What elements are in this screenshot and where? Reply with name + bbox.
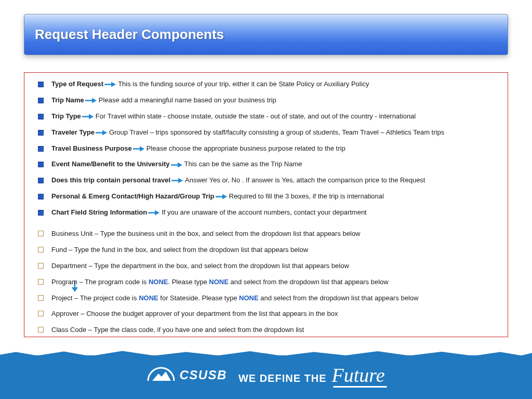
item-desc: Group Travel – trips sponsored by staff/…: [109, 128, 444, 136]
svg-marker-11: [178, 162, 182, 167]
svg-marker-15: [222, 194, 227, 200]
footer-banner: CSUSB WE DEFINE THE Future: [0, 355, 532, 399]
item-text: . Please type: [168, 278, 209, 286]
svg-marker-5: [89, 114, 94, 119]
secondary-item: Business Unit – Type the business unit i…: [35, 230, 500, 238]
item-desc: This is the funding source of your trip,…: [118, 80, 369, 88]
arrow-right-icon: [171, 178, 183, 183]
primary-item: Traveler TypeGroup Travel – trips sponso…: [35, 128, 500, 137]
item-text: Class Code – Type the class code, if you…: [51, 326, 304, 334]
arrow-right-icon: [82, 114, 94, 119]
secondary-item: Approver – Choose the budget approver of…: [35, 310, 500, 318]
svg-marker-3: [92, 98, 97, 103]
primary-item: Event Name/Benefit to the UniversityThis…: [35, 160, 500, 169]
secondary-list: Business Unit – Type the business unit i…: [35, 230, 500, 335]
item-label: Event Name/Benefit to the University: [51, 160, 170, 168]
none-keyword: NONE: [239, 294, 259, 302]
none-keyword: NONE: [209, 278, 229, 286]
item-text: Department – Type the department in the …: [51, 262, 349, 270]
title-bar: Request Header Components: [24, 14, 508, 55]
arrow-right-icon: [96, 130, 107, 136]
primary-item: Personal & Emerg Contact/High Hazard/Gro…: [35, 192, 500, 201]
item-desc: This can be the same as the Trip Name: [184, 160, 302, 168]
svg-marker-7: [102, 130, 107, 135]
none-keyword: NONE: [139, 294, 158, 302]
item-label: Traveler Type: [51, 128, 95, 136]
content-box: Type of RequestThis is the funding sourc…: [24, 72, 508, 337]
primary-item: Travel Business PurposePlease choose the…: [35, 144, 500, 153]
item-desc: Answer Yes or, No . If answer is Yes, at…: [185, 176, 425, 184]
item-label: Travel Business Purpose: [51, 144, 132, 152]
item-text: Business Unit – Type the business unit i…: [51, 230, 361, 237]
tagline-script: Future: [332, 364, 385, 387]
item-label: Chart Field String Information: [51, 208, 147, 216]
item-text: and select from the dropdown list that a…: [259, 294, 419, 302]
secondary-item: Fund – Type the fund in the box, and sel…: [35, 246, 500, 255]
item-label: Trip Type: [51, 112, 81, 120]
svg-marker-19: [72, 287, 78, 292]
arrow-right-icon: [216, 194, 227, 200]
primary-list: Type of RequestThis is the funding sourc…: [35, 80, 500, 217]
secondary-item: Program – The program code is NONE. Plea…: [35, 278, 500, 287]
item-desc: For Travel within state - choose instate…: [96, 112, 416, 120]
svg-marker-1: [111, 82, 116, 87]
item-label: Trip Name: [51, 96, 84, 104]
arrow-right-icon: [104, 82, 116, 87]
arrow-right-icon: [85, 98, 97, 103]
svg-marker-9: [140, 146, 144, 151]
arrow-right-icon: [171, 162, 182, 168]
tagline: WE DEFINE THE Future: [238, 364, 385, 387]
item-label: Personal & Emerg Contact/High Hazard/Gro…: [51, 192, 215, 200]
item-label: Does this trip contain personal travel: [51, 176, 170, 184]
primary-item: Trip TypeFor Travel within state - choos…: [35, 112, 500, 121]
secondary-item: Department – Type the department in the …: [35, 262, 500, 271]
svg-marker-17: [155, 210, 159, 216]
primary-item: Chart Field String InformationIf you are…: [35, 208, 500, 217]
item-desc: Required to fill the 3 boxes, if the tri…: [229, 192, 384, 200]
tagline-prefix: WE DEFINE THE: [238, 373, 327, 384]
item-text: Program – The program code is: [51, 278, 149, 286]
item-text: Fund – Type the fund in the box, and sel…: [51, 246, 308, 254]
mountain-icon: [147, 366, 175, 384]
secondary-item: Class Code – Type the class code, if you…: [35, 326, 500, 335]
brand-text: CSUSB: [179, 368, 227, 382]
item-text: for Stateside. Please type: [158, 294, 239, 302]
item-text: Project – The project code is: [51, 294, 139, 302]
item-text: Approver – Choose the budget approver of…: [51, 310, 338, 317]
arrow-right-icon: [133, 146, 144, 152]
item-desc: Please choose the appropriate business p…: [147, 144, 345, 152]
item-desc: Please add a meaningful name based on yo…: [99, 96, 276, 104]
page-title: Request Header Components: [35, 26, 224, 43]
secondary-item: Project – The project code is NONE for S…: [35, 294, 500, 303]
arrow-right-icon: [148, 210, 159, 216]
primary-item: Trip NamePlease add a meaningful name ba…: [35, 96, 500, 105]
item-text: and select from the dropdown list that a…: [229, 278, 389, 286]
primary-item: Type of RequestThis is the funding sourc…: [35, 80, 500, 89]
svg-marker-13: [178, 178, 183, 183]
none-keyword: NONE: [149, 278, 168, 286]
item-label: Type of Request: [51, 80, 103, 88]
csusb-logo: CSUSB: [147, 366, 227, 384]
primary-item: Does this trip contain personal travelAn…: [35, 176, 500, 185]
item-desc: If you are unaware of the account number…: [162, 208, 367, 216]
